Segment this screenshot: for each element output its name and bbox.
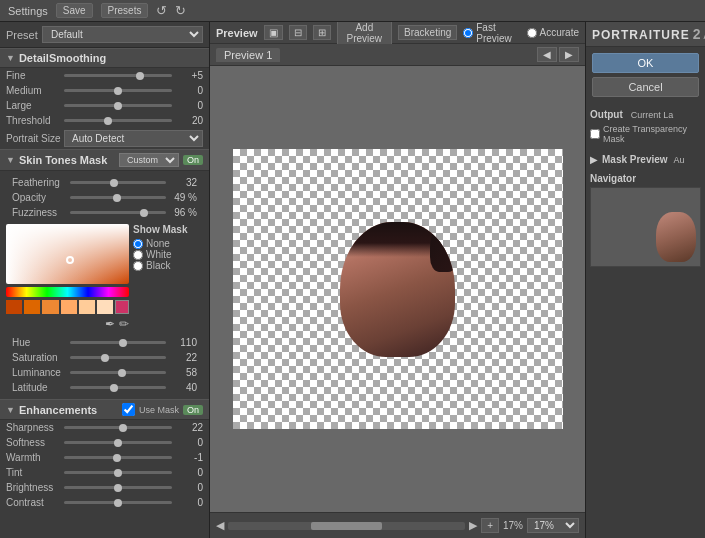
opacity-slider[interactable]	[70, 196, 166, 199]
settings-title: Settings	[8, 5, 48, 17]
preview-tab-bar: Preview 1 ◀ ▶	[210, 44, 585, 66]
preview-tab-1[interactable]: Preview 1	[216, 48, 280, 62]
show-mask-panel: Show Mask None White Black	[133, 224, 203, 331]
swatch-2[interactable]	[24, 300, 40, 314]
hue-bar[interactable]	[6, 287, 129, 297]
color-tools-row: ✒ ✏	[6, 317, 129, 331]
softness-slider[interactable]	[64, 441, 172, 444]
feathering-value: 32	[169, 177, 197, 188]
swatch-4[interactable]	[61, 300, 77, 314]
fine-slider[interactable]	[64, 74, 172, 77]
bracketing-btn[interactable]: Bracketing	[398, 25, 457, 40]
medium-label: Medium	[6, 85, 61, 96]
zoom-controls: + 17% 17% 25% 50% 100%	[481, 518, 579, 533]
single-view-btn[interactable]: ▣	[264, 25, 283, 40]
scroll-left-btn[interactable]: ◀	[216, 519, 224, 532]
fine-value: +5	[175, 70, 203, 81]
feathering-slider[interactable]	[70, 181, 166, 184]
ok-button[interactable]: OK	[592, 53, 699, 73]
save-button[interactable]: Save	[56, 3, 93, 18]
use-mask-checkbox[interactable]	[122, 403, 135, 416]
skin-tones-title: Skin Tones Mask	[19, 154, 115, 166]
dual-view-btn[interactable]: ⊞	[313, 25, 331, 40]
collapse-icon[interactable]: ▼	[6, 53, 15, 63]
mask-white-row: White	[133, 249, 203, 260]
hue-row: Hue 110	[6, 335, 203, 350]
large-value: 0	[175, 100, 203, 111]
threshold-slider-row: Threshold 20	[0, 113, 209, 128]
zoom-in-btn[interactable]: +	[481, 518, 499, 533]
enh-collapse-icon[interactable]: ▼	[6, 405, 15, 415]
preview-image-area	[233, 149, 563, 429]
large-slider-row: Large 0	[0, 98, 209, 113]
medium-slider[interactable]	[64, 89, 172, 92]
mask-black-radio[interactable]	[133, 261, 143, 271]
preview-canvas	[210, 66, 585, 512]
skin-mode-select[interactable]: Custom	[119, 153, 179, 167]
saturation-label: Saturation	[12, 352, 67, 363]
threshold-slider[interactable]	[64, 119, 172, 122]
transparency-checkbox[interactable]	[590, 129, 600, 139]
top-bar: Settings Save Presets ↺ ↻	[0, 0, 705, 22]
brightness-row: Brightness 0	[0, 480, 209, 495]
opacity-row: Opacity 49 %	[6, 190, 203, 205]
luminance-slider[interactable]	[70, 371, 166, 374]
navigator-thumbnail	[590, 187, 701, 267]
luminance-label: Luminance	[12, 367, 67, 378]
contrast-slider[interactable]	[64, 501, 172, 504]
feathering-label: Feathering	[12, 177, 67, 188]
hue-slider[interactable]	[70, 341, 166, 344]
triangle-collapse[interactable]: ▶	[590, 154, 598, 165]
nav-face-container	[656, 212, 696, 262]
brightness-slider[interactable]	[64, 486, 172, 489]
tint-slider[interactable]	[64, 471, 172, 474]
fine-label: Fine	[6, 70, 61, 81]
warmth-slider[interactable]	[64, 456, 172, 459]
add-preview-btn[interactable]: Add Preview	[337, 22, 392, 46]
presets-button[interactable]: Presets	[101, 3, 149, 18]
mask-none-radio[interactable]	[133, 239, 143, 249]
sharpness-value: 22	[175, 422, 203, 433]
nav-bg	[591, 188, 700, 266]
tint-row: Tint 0	[0, 465, 209, 480]
prev-btn[interactable]: ◀	[537, 47, 557, 62]
sharpness-slider[interactable]	[64, 426, 172, 429]
fuzziness-slider[interactable]	[70, 211, 166, 214]
opacity-label: Opacity	[12, 192, 67, 203]
scroll-right-btn[interactable]: ▶	[469, 519, 477, 532]
warmth-label: Warmth	[6, 452, 61, 463]
fast-preview-radio[interactable]	[463, 28, 473, 38]
branding-row: PORTRAITURE 2 Abo	[592, 26, 699, 42]
color-saturation-picker[interactable]	[6, 224, 129, 284]
color-preview[interactable]	[115, 300, 129, 314]
split-view-btn[interactable]: ⊟	[289, 25, 307, 40]
swatch-1[interactable]	[6, 300, 22, 314]
swatch-5[interactable]	[79, 300, 95, 314]
transparency-row: Create Transparency Mask	[590, 122, 701, 146]
saturation-value: 22	[169, 352, 197, 363]
mask-white-radio[interactable]	[133, 250, 143, 260]
eyedropper2-icon[interactable]: ✏	[119, 317, 129, 331]
saturation-slider[interactable]	[70, 356, 166, 359]
mask-preview-section: ▶ Mask Preview Au	[590, 152, 701, 167]
scroll-track[interactable]	[228, 522, 465, 530]
swatch-6[interactable]	[97, 300, 113, 314]
latitude-slider[interactable]	[70, 386, 166, 389]
accurate-radio[interactable]	[527, 28, 537, 38]
skin-collapse-icon[interactable]: ▼	[6, 155, 15, 165]
portrait-size-select[interactable]: Auto Detect	[64, 130, 203, 147]
redo-icon[interactable]: ↻	[175, 3, 186, 18]
undo-icon[interactable]: ↺	[156, 3, 167, 18]
large-slider[interactable]	[64, 104, 172, 107]
eyedropper-icon[interactable]: ✒	[105, 317, 115, 331]
cancel-button[interactable]: Cancel	[592, 77, 699, 97]
latitude-label: Latitude	[12, 382, 67, 393]
zoom-select[interactable]: 17% 25% 50% 100%	[527, 518, 579, 533]
preset-select[interactable]: Default	[42, 26, 203, 43]
skin-on-badge: On	[183, 155, 203, 165]
swatch-3[interactable]	[42, 300, 58, 314]
show-mask-label: Show Mask	[133, 224, 203, 235]
next-btn[interactable]: ▶	[559, 47, 579, 62]
nav-face-fill	[656, 212, 696, 262]
fast-preview-option: Fast Preview	[463, 22, 520, 44]
